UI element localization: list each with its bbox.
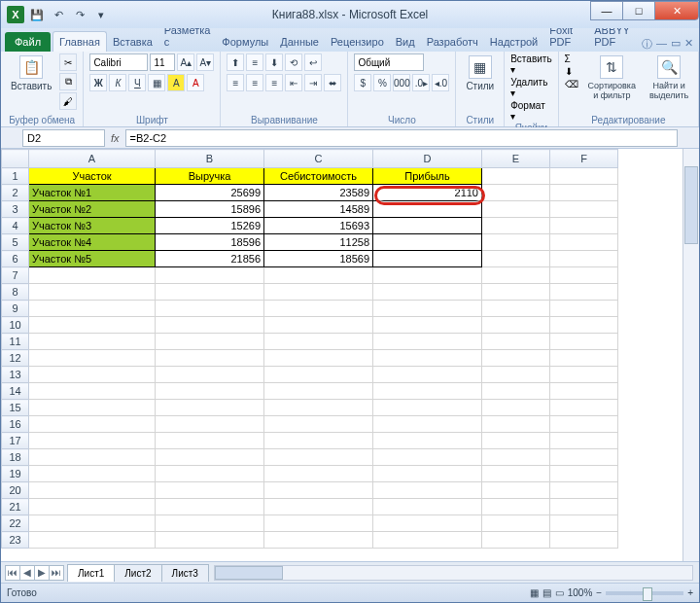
- cell-E6[interactable]: [482, 251, 550, 267]
- cell[interactable]: [550, 334, 618, 350]
- doc-min-icon[interactable]: —: [656, 37, 667, 52]
- cell[interactable]: [156, 499, 264, 515]
- cell-F5[interactable]: [550, 234, 618, 251]
- cell-E3[interactable]: [482, 201, 550, 218]
- cell[interactable]: [482, 466, 550, 482]
- cell[interactable]: [550, 499, 618, 515]
- cell[interactable]: [482, 482, 550, 499]
- cell[interactable]: [264, 532, 373, 549]
- cell[interactable]: [373, 350, 482, 367]
- vertical-scrollbar[interactable]: [682, 149, 699, 561]
- cell[interactable]: [264, 499, 373, 515]
- cell-C1[interactable]: Себистоимость: [264, 168, 373, 185]
- view-break-icon[interactable]: ▭: [555, 587, 564, 598]
- cell-E2[interactable]: [482, 185, 550, 201]
- cell[interactable]: [482, 433, 550, 449]
- cell[interactable]: [29, 449, 156, 466]
- align-left-icon[interactable]: ≡: [227, 74, 244, 91]
- row-header-6[interactable]: 6: [2, 251, 29, 267]
- find-select-button[interactable]: 🔍 Найти и выделить: [646, 53, 692, 102]
- cell[interactable]: [264, 449, 373, 466]
- col-header-A[interactable]: A: [29, 150, 156, 168]
- cell[interactable]: [373, 301, 482, 317]
- cell[interactable]: [29, 433, 156, 449]
- font-size-select[interactable]: 11: [150, 53, 175, 71]
- cell-D5[interactable]: [373, 234, 482, 251]
- help-icon[interactable]: ⓘ: [642, 37, 652, 52]
- cell[interactable]: [156, 367, 264, 383]
- cell[interactable]: [264, 334, 373, 350]
- minimize-button[interactable]: —: [590, 1, 623, 20]
- sheet-tab-3[interactable]: Лист3: [161, 564, 209, 582]
- cell[interactable]: [373, 515, 482, 532]
- number-format-select[interactable]: Общий: [354, 53, 424, 71]
- cell[interactable]: [156, 466, 264, 482]
- cell[interactable]: [373, 284, 482, 301]
- cell-B6[interactable]: 21856: [156, 251, 264, 267]
- cell[interactable]: [264, 301, 373, 317]
- sheet-nav-last-icon[interactable]: ⏭: [49, 565, 64, 581]
- align-bottom-icon[interactable]: ⬇: [265, 53, 283, 71]
- vscroll-thumb[interactable]: [684, 166, 698, 244]
- row-header-5[interactable]: 5: [2, 234, 29, 251]
- sheet-nav-next-icon[interactable]: ▶: [34, 565, 50, 581]
- underline-button[interactable]: Ч: [128, 74, 146, 91]
- cell-A5[interactable]: Участок №4: [29, 234, 156, 251]
- formula-bar[interactable]: =B2-C2: [125, 129, 678, 147]
- cell[interactable]: [373, 334, 482, 350]
- cell[interactable]: [29, 267, 156, 284]
- cell[interactable]: [373, 466, 482, 482]
- cell[interactable]: [264, 267, 373, 284]
- zoom-slider[interactable]: [606, 591, 683, 595]
- cell[interactable]: [482, 383, 550, 400]
- cell[interactable]: [156, 301, 264, 317]
- cell[interactable]: [156, 482, 264, 499]
- cell[interactable]: [550, 466, 618, 482]
- autosum-icon[interactable]: Σ: [565, 53, 578, 64]
- italic-button[interactable]: К: [109, 74, 126, 91]
- row-header-18[interactable]: 18: [2, 449, 29, 466]
- align-middle-icon[interactable]: ≡: [246, 53, 263, 71]
- cell[interactable]: [156, 267, 264, 284]
- cell[interactable]: [482, 515, 550, 532]
- row-header-12[interactable]: 12: [2, 350, 29, 367]
- row-header-2[interactable]: 2: [2, 185, 29, 201]
- shrink-font-icon[interactable]: A▾: [196, 53, 214, 71]
- tab-review[interactable]: Рецензиро: [325, 32, 390, 52]
- sort-filter-button[interactable]: ⇅ Сортировка и фильтр: [584, 53, 640, 102]
- col-header-C[interactable]: C: [264, 150, 373, 168]
- zoom-in-icon[interactable]: +: [687, 587, 693, 598]
- cell[interactable]: [156, 400, 264, 416]
- cell[interactable]: [550, 515, 618, 532]
- cell[interactable]: [156, 532, 264, 549]
- cell[interactable]: [550, 367, 618, 383]
- row-header-1[interactable]: 1: [2, 168, 29, 185]
- paste-button[interactable]: 📋 Вставить: [7, 53, 55, 93]
- row-header-3[interactable]: 3: [2, 201, 29, 218]
- cell[interactable]: [264, 317, 373, 334]
- col-header-E[interactable]: E: [482, 150, 550, 168]
- cell[interactable]: [29, 515, 156, 532]
- undo-icon[interactable]: ↶: [50, 6, 67, 23]
- fx-icon[interactable]: fx: [111, 132, 120, 144]
- cell[interactable]: [373, 267, 482, 284]
- cell[interactable]: [264, 515, 373, 532]
- cell[interactable]: [156, 515, 264, 532]
- cell[interactable]: [482, 301, 550, 317]
- grow-font-icon[interactable]: A▴: [177, 53, 194, 71]
- cell-E5[interactable]: [482, 234, 550, 251]
- currency-icon[interactable]: $: [354, 74, 371, 91]
- cell[interactable]: [156, 284, 264, 301]
- cell[interactable]: [482, 284, 550, 301]
- cell[interactable]: [482, 449, 550, 466]
- cell-A4[interactable]: Участок №3: [29, 218, 156, 234]
- close-button[interactable]: ✕: [654, 1, 699, 20]
- view-layout-icon[interactable]: ▤: [542, 587, 551, 598]
- bold-button[interactable]: Ж: [89, 74, 107, 91]
- tab-insert[interactable]: Вставка: [107, 32, 158, 52]
- fill-icon[interactable]: ⬇: [565, 66, 578, 77]
- zoom-level[interactable]: 100%: [568, 587, 593, 598]
- cell[interactable]: [482, 532, 550, 549]
- percent-icon[interactable]: %: [373, 74, 391, 91]
- indent-inc-icon[interactable]: ⇥: [304, 74, 322, 91]
